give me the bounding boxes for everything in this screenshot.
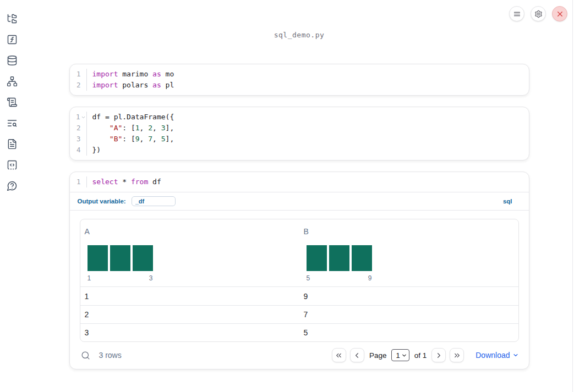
panel-data-sources[interactable] bbox=[6, 54, 18, 67]
line-number: 1 bbox=[76, 112, 80, 123]
function-square-icon bbox=[7, 34, 18, 45]
panel-dependency-graph[interactable] bbox=[6, 75, 18, 87]
code-content: }) bbox=[87, 145, 101, 156]
table-cell: 3 bbox=[80, 328, 299, 337]
line-gutter: 2 bbox=[70, 80, 87, 91]
column-histogram: 59 bbox=[307, 245, 372, 282]
line-gutter: 3 bbox=[70, 134, 87, 145]
column-name: B bbox=[304, 227, 514, 236]
code-cell: 1import marimo as mo2import polars as pl bbox=[69, 64, 529, 96]
settings-button[interactable] bbox=[531, 6, 546, 21]
table-cell: 9 bbox=[299, 292, 518, 301]
search-icon bbox=[81, 351, 90, 360]
code-content: select * from df bbox=[87, 176, 161, 187]
panel-file-explorer[interactable] bbox=[6, 13, 18, 25]
table-column-summaries: A13B59 bbox=[80, 219, 518, 287]
axis-max-label: 9 bbox=[368, 274, 372, 282]
column-header[interactable]: A13 bbox=[80, 227, 299, 282]
code-line: 1df = pl.DataFrame({ bbox=[70, 112, 529, 123]
dataframe-table: A13B59192735 bbox=[80, 219, 519, 342]
line-gutter: 1 bbox=[70, 176, 87, 187]
chevron-down-icon bbox=[401, 352, 407, 358]
search-button[interactable] bbox=[80, 350, 91, 361]
prev-page-button[interactable] bbox=[350, 348, 364, 362]
histogram-bar bbox=[307, 245, 327, 271]
table-row[interactable]: 27 bbox=[80, 305, 518, 323]
code-line: 1select * from df bbox=[70, 176, 529, 187]
histogram-bar bbox=[352, 245, 372, 271]
line-gutter: 4 bbox=[70, 145, 87, 156]
panel-outline-search[interactable] bbox=[6, 117, 18, 129]
histogram-bar bbox=[110, 245, 130, 271]
notebook: sql_demo.py 1import marimo as mo2import … bbox=[24, 0, 574, 380]
column-header[interactable]: B59 bbox=[299, 227, 518, 282]
panel-help[interactable] bbox=[6, 180, 18, 192]
histogram-axis: 59 bbox=[307, 274, 372, 282]
code-line: 1import marimo as mo bbox=[70, 69, 529, 80]
panel-documentation[interactable] bbox=[6, 138, 18, 150]
histogram-bar bbox=[329, 245, 349, 271]
table-cell: 1 bbox=[80, 292, 299, 301]
close-icon bbox=[556, 10, 564, 18]
line-gutter: 2 bbox=[70, 123, 87, 134]
menu-button[interactable] bbox=[509, 6, 524, 21]
download-button[interactable]: Download bbox=[475, 351, 518, 360]
code-content: df = pl.DataFrame({ bbox=[87, 112, 174, 123]
line-number: 1 bbox=[76, 69, 81, 80]
table-row[interactable]: 19 bbox=[80, 287, 518, 305]
sql-cell-toolbar: Output variable:sql bbox=[70, 192, 529, 211]
code-cell: 1df = pl.DataFrame({2 "A": [1, 2, 3],3 "… bbox=[69, 107, 529, 161]
cell-editor[interactable]: 1import marimo as mo2import polars as pl bbox=[70, 64, 529, 95]
file-text-icon bbox=[7, 139, 18, 150]
line-number: 2 bbox=[76, 123, 81, 134]
page-label: Page bbox=[369, 351, 387, 360]
cells-container: 1import marimo as mo2import polars as pl… bbox=[69, 64, 529, 369]
chevrons-right-icon bbox=[453, 351, 461, 360]
code-line: 4}) bbox=[70, 145, 529, 156]
notebook-actions bbox=[509, 6, 567, 21]
code-line: 2import polars as pl bbox=[70, 80, 529, 91]
histogram-bar bbox=[88, 245, 108, 271]
last-page-button[interactable] bbox=[450, 348, 464, 362]
column-name: A bbox=[85, 227, 295, 236]
file-tree-icon bbox=[7, 13, 18, 24]
code-line: 2 "A": [1, 2, 3], bbox=[70, 123, 529, 134]
menu-icon bbox=[513, 10, 521, 18]
code-content: "A": [1, 2, 3], bbox=[87, 123, 174, 134]
chevron-left-icon bbox=[353, 351, 361, 360]
cell-editor[interactable]: 1df = pl.DataFrame({2 "A": [1, 2, 3],3 "… bbox=[70, 107, 529, 160]
gear-icon bbox=[534, 10, 543, 18]
database-icon bbox=[7, 55, 18, 66]
sql-language-badge: sql bbox=[503, 198, 512, 205]
histogram-bars bbox=[88, 245, 153, 271]
line-gutter: 1 bbox=[70, 112, 87, 123]
panel-snippets[interactable] bbox=[6, 159, 18, 171]
shutdown-button[interactable] bbox=[552, 6, 567, 21]
notebook-filename: sql_demo.py bbox=[24, 31, 574, 39]
axis-max-label: 3 bbox=[149, 274, 153, 282]
list-search-icon bbox=[7, 118, 18, 129]
histogram-bar bbox=[133, 245, 153, 271]
page-select[interactable]: 1 bbox=[391, 349, 409, 361]
chevrons-left-icon bbox=[335, 351, 343, 360]
code-content: import polars as pl bbox=[87, 80, 174, 91]
next-page-button[interactable] bbox=[431, 348, 446, 362]
chevron-down-icon bbox=[512, 352, 519, 358]
cell-output: A13B591927353 rowsPage1of 1Download bbox=[70, 211, 529, 369]
histogram-bars bbox=[307, 245, 372, 271]
table-cell: 7 bbox=[299, 310, 518, 319]
table-footer: 3 rowsPage1of 1Download bbox=[80, 348, 519, 362]
code-line: 3 "B": [9, 7, 5], bbox=[70, 134, 529, 145]
first-page-button[interactable] bbox=[332, 348, 346, 362]
sql-cell: 1select * from dfOutput variable:sqlA13B… bbox=[69, 172, 529, 369]
panel-variables[interactable] bbox=[6, 34, 18, 46]
download-label: Download bbox=[475, 351, 510, 360]
chevron-right-icon bbox=[435, 351, 443, 360]
output-variable-input[interactable] bbox=[132, 196, 176, 206]
cell-editor[interactable]: 1select * from df bbox=[70, 172, 529, 192]
panel-logs[interactable] bbox=[6, 96, 18, 108]
line-number: 1 bbox=[76, 176, 81, 187]
fold-gutter-icon[interactable] bbox=[81, 115, 86, 120]
code-content: import marimo as mo bbox=[87, 69, 174, 80]
table-row[interactable]: 35 bbox=[80, 323, 518, 341]
